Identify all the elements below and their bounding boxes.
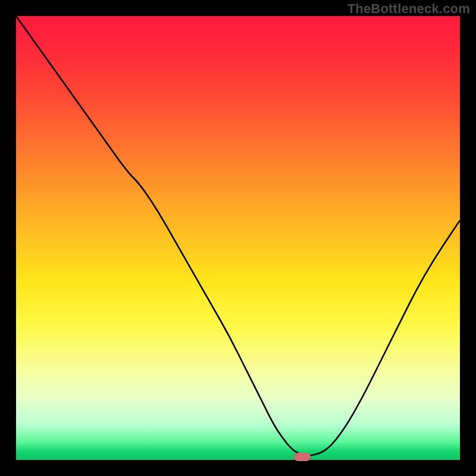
optimal-point-marker bbox=[294, 453, 311, 461]
bottleneck-chart bbox=[16, 16, 460, 460]
bottleneck-curve-path bbox=[16, 16, 460, 456]
watermark-text: TheBottleneck.com bbox=[347, 1, 470, 17]
chart-frame: TheBottleneck.com bbox=[0, 0, 476, 476]
plot-area bbox=[16, 16, 460, 460]
